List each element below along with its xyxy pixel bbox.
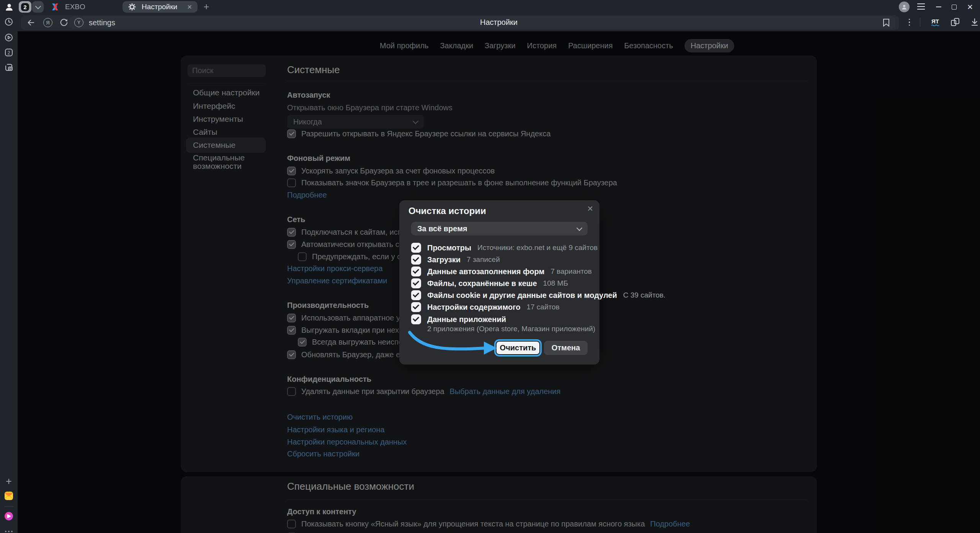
- collections-icon: [950, 17, 960, 27]
- sidebar-item-system[interactable]: Системные: [193, 139, 235, 151]
- checkbox[interactable]: [287, 178, 296, 187]
- choose-data-link[interactable]: Выбрать данные для удаления: [450, 387, 561, 396]
- clear-button[interactable]: Очистить: [496, 341, 540, 355]
- tabs-panel-button[interactable]: 2: [4, 48, 13, 57]
- alice-icon: [4, 511, 13, 521]
- sidebar-item-accessibility[interactable]: Специальные возможности: [193, 154, 262, 170]
- nav-tab-history[interactable]: История: [527, 41, 557, 50]
- minimize-button[interactable]: [931, 0, 946, 14]
- divider: [287, 81, 808, 81]
- content-access-heading: Доступ к контенту: [287, 505, 356, 518]
- more-link[interactable]: Подробнее: [287, 191, 327, 199]
- checkbox-label: Показывать значок Браузера в трее и разр…: [301, 178, 617, 187]
- section-title: Специальные возможности: [287, 481, 414, 492]
- reload-button[interactable]: [59, 18, 69, 27]
- tab-group-dropdown[interactable]: [32, 1, 44, 13]
- checkbox[interactable]: [411, 302, 421, 312]
- checkbox[interactable]: [287, 167, 296, 175]
- sidebar-item-general[interactable]: Общие настройки: [193, 87, 260, 99]
- checkbox[interactable]: [287, 326, 296, 335]
- close-window-button[interactable]: ✕: [962, 0, 978, 14]
- chevron-down-icon: [577, 225, 583, 231]
- personal-data-link[interactable]: Настройки персональных данных: [287, 438, 407, 446]
- sidebar-item-tools[interactable]: Инструменты: [193, 113, 243, 125]
- menu-button[interactable]: [917, 3, 925, 10]
- add-panel-button[interactable]: +: [4, 477, 13, 486]
- collections-button[interactable]: [950, 17, 960, 27]
- reset-settings-link[interactable]: Сбросить настройки: [287, 450, 359, 458]
- bookmark-flag-icon: [882, 18, 890, 27]
- period-select[interactable]: За всё время: [411, 222, 588, 235]
- checkbox[interactable]: [287, 520, 296, 528]
- sidebar-item-interface[interactable]: Интерфейс: [193, 100, 235, 112]
- checkbox[interactable]: [287, 240, 296, 249]
- profile-avatar[interactable]: [4, 2, 15, 12]
- nav-tab-security[interactable]: Безопасность: [624, 41, 673, 50]
- browser-nav-tabs: Мой профиль Закладки Загрузки История Ра…: [380, 39, 734, 52]
- checkbox[interactable]: [287, 228, 296, 237]
- nav-tab-downloads[interactable]: Загрузки: [485, 41, 516, 50]
- checkbox[interactable]: [411, 266, 421, 276]
- checkbox[interactable]: [287, 314, 296, 322]
- checkbox-label: Показывать кнопку «Ясный язык» для упрощ…: [301, 520, 645, 528]
- autostart-heading: Автозапуск: [287, 89, 330, 101]
- checkbox-label: Удалять данные при закрытии браузера: [301, 387, 444, 396]
- downloads-button[interactable]: [970, 18, 979, 27]
- tab-label: Настройки: [142, 3, 177, 11]
- checkbox[interactable]: [411, 290, 421, 300]
- checkbox[interactable]: [287, 129, 296, 138]
- translate-button[interactable]: ЯТ: [930, 19, 940, 26]
- tab-exbo[interactable]: EXBO: [45, 1, 120, 13]
- media-button[interactable]: [4, 33, 13, 42]
- sidebar-item-sites[interactable]: Сайты: [193, 126, 217, 138]
- row-label: Загрузки: [427, 255, 461, 264]
- performance-heading: Производительность: [287, 299, 369, 311]
- sync-avatar[interactable]: [899, 2, 910, 12]
- checkbox[interactable]: [411, 314, 421, 324]
- autostart-select[interactable]: Никогда: [287, 115, 424, 129]
- nav-tab-bookmarks[interactable]: Закладки: [440, 41, 474, 50]
- checkbox[interactable]: [298, 338, 307, 347]
- more-link[interactable]: Подробнее: [650, 520, 690, 528]
- language-settings-link[interactable]: Настройки языка и региона: [287, 425, 385, 434]
- proxy-settings-link[interactable]: Настройки прокси-сервера: [287, 264, 383, 273]
- nav-tab-settings[interactable]: Настройки: [684, 39, 734, 52]
- dialog-title: Очистка истории: [408, 206, 486, 216]
- nav-tab-profile[interactable]: Мой профиль: [380, 41, 429, 50]
- more-button[interactable]: [4, 527, 13, 533]
- protect-icon[interactable]: Y: [74, 18, 83, 27]
- checkbox[interactable]: [298, 252, 307, 261]
- dialog-close-icon[interactable]: ✕: [587, 204, 593, 213]
- nav-tab-extensions[interactable]: Расширения: [568, 41, 612, 50]
- checkbox[interactable]: [411, 243, 421, 253]
- certificates-link[interactable]: Управление сертификатами: [287, 276, 387, 285]
- clear-history-link[interactable]: Очистить историю: [287, 413, 353, 422]
- tab-settings[interactable]: Настройки ✕: [122, 1, 198, 13]
- alice-button[interactable]: [4, 512, 13, 521]
- mail-button[interactable]: [4, 491, 13, 500]
- tab-close-icon[interactable]: ✕: [187, 3, 192, 11]
- play-circle-icon: [4, 33, 13, 42]
- row-label: Данные приложений: [427, 315, 506, 324]
- checkbox[interactable]: [287, 350, 296, 359]
- restore-button[interactable]: [946, 0, 962, 14]
- bookmark-button[interactable]: [882, 18, 891, 27]
- tab-counter[interactable]: 2: [19, 1, 31, 13]
- new-tab-button[interactable]: +: [201, 1, 212, 12]
- cancel-button[interactable]: Отмена: [544, 341, 588, 355]
- screenshot-button[interactable]: [4, 63, 13, 72]
- row-label: Настройки содержимого: [427, 303, 520, 312]
- extensions-menu-button[interactable]: [909, 19, 910, 26]
- url-text[interactable]: settings: [89, 18, 115, 27]
- yandex-button[interactable]: Я: [43, 18, 52, 27]
- reload-icon: [60, 18, 68, 27]
- checkbox[interactable]: [411, 255, 421, 265]
- search-input[interactable]: [188, 64, 266, 77]
- section-title: Системные: [287, 64, 340, 76]
- tab-group-control[interactable]: 2: [19, 1, 44, 13]
- back-button[interactable]: [26, 18, 36, 27]
- checkbox[interactable]: [287, 387, 296, 396]
- checkbox[interactable]: [411, 278, 421, 288]
- history-button[interactable]: [4, 17, 13, 26]
- address-bar[interactable]: Y settings: [70, 16, 895, 29]
